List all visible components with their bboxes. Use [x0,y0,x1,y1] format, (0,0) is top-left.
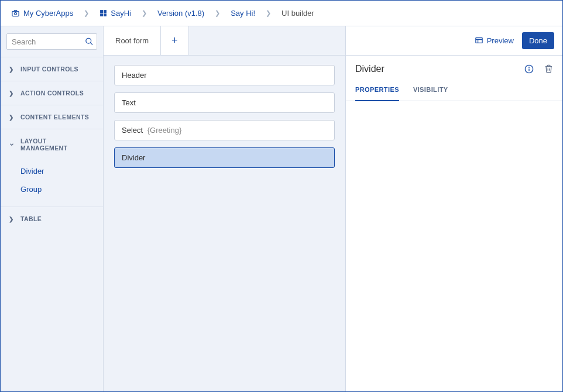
chevron-right-icon: ❯ [260,9,277,17]
svg-point-1 [15,12,17,15]
category-label: LAYOUT MANAGEMENT [20,137,95,152]
svg-rect-5 [104,13,107,16]
preview-icon [475,36,483,45]
properties-panel: Preview Done Divider PROPERTIES VISIBILI… [346,26,562,391]
category-label: TABLE [20,215,42,222]
panel-title: Divider [355,64,524,74]
category-label: ACTION CONTROLS [20,90,84,97]
control-binding: {Greeting} [147,126,182,135]
form-tabs: Root form + [104,26,345,56]
control-select[interactable]: Select {Greeting} [114,120,335,140]
category-header[interactable]: ❯ TABLE [1,207,103,231]
svg-point-6 [86,38,91,43]
sidebar: ❯ INPUT CONTROLS ❯ ACTION CONTROLS ❯ CON… [1,26,104,391]
svg-rect-4 [100,13,103,16]
control-label: Header [122,71,147,80]
breadcrumb: My CyberApps ❯ SayHi ❯ Version (v1.8) ❯ … [1,1,562,26]
search-input[interactable] [6,33,97,50]
form-editor: Root form + Header Text Select {Greeting… [104,26,346,391]
sidebar-item-group[interactable]: Group [1,180,103,198]
search-field [6,33,97,50]
top-toolbar: Preview Done [346,26,562,56]
svg-rect-8 [476,38,482,43]
category-header[interactable]: ❯ CONTENT ELEMENTS [1,105,103,129]
form-canvas: Header Text Select {Greeting} Divider [104,56,345,177]
category-header[interactable]: LAYOUT MANAGEMENT [1,129,103,160]
breadcrumb-label: SayHi [111,9,131,18]
breadcrumb-label: My CyberApps [23,9,73,18]
plus-icon: + [171,35,178,47]
category-label: CONTENT ELEMENTS [20,114,89,121]
breadcrumb-label: UI builder [282,9,314,18]
preview-button[interactable]: Preview [475,36,514,45]
panel-header: Divider [346,56,562,80]
control-header[interactable]: Header [114,65,335,85]
chevron-right-icon: ❯ [136,9,153,17]
control-label: Select [122,126,143,135]
sidebar-item-divider[interactable]: Divider [1,162,103,180]
preview-label: Preview [487,36,514,45]
breadcrumb-label: Say Hi! [231,9,255,18]
svg-rect-0 [12,11,19,16]
chevron-right-icon: ❯ [209,9,226,17]
breadcrumb-say-hi[interactable]: Say Hi! [228,6,258,20]
control-label: Divider [122,153,145,162]
category-content-elements: ❯ CONTENT ELEMENTS [1,105,103,129]
category-table: ❯ TABLE [1,207,103,231]
search-icon[interactable] [85,37,94,46]
chevron-right-icon: ❯ [9,114,15,121]
add-tab-button[interactable]: + [161,26,189,55]
breadcrumb-label: Version (v1.8) [157,9,204,18]
done-button[interactable]: Done [522,32,554,49]
chevron-right-icon: ❯ [78,9,95,17]
control-divider[interactable]: Divider [114,147,335,168]
category-header[interactable]: ❯ ACTION CONTROLS [1,81,103,105]
chevron-right-icon: ❯ [9,66,15,73]
chevron-right-icon: ❯ [9,90,15,97]
svg-rect-2 [100,10,103,13]
svg-point-13 [529,67,530,68]
tab-root-form[interactable]: Root form [104,26,161,55]
control-label: Text [122,98,136,107]
breadcrumb-my-cyberapps[interactable]: My CyberApps [9,6,75,20]
svg-rect-3 [104,10,107,13]
category-action-controls: ❯ ACTION CONTROLS [1,81,103,105]
breadcrumb-version[interactable]: Version (v1.8) [155,6,207,20]
chevron-right-icon: ❯ [9,216,15,222]
breadcrumb-sayhi[interactable]: SayHi [97,6,133,20]
tab-visibility[interactable]: VISIBILITY [413,80,448,101]
property-tabs: PROPERTIES VISIBILITY [346,80,562,101]
info-icon[interactable] [524,64,534,74]
category-header[interactable]: ❯ INPUT CONTROLS [1,57,103,81]
category-input-controls: ❯ INPUT CONTROLS [1,57,103,81]
category-layout-management: LAYOUT MANAGEMENT Divider Group [1,129,103,207]
chevron-down-icon [9,142,15,147]
category-label: INPUT CONTROLS [20,66,78,73]
camera-icon [11,9,20,18]
control-text[interactable]: Text [114,92,335,113]
tab-properties[interactable]: PROPERTIES [355,80,399,101]
svg-line-7 [90,43,92,45]
trash-icon[interactable] [544,64,553,74]
grid-icon [99,9,107,17]
breadcrumb-ui-builder: UI builder [279,6,317,20]
